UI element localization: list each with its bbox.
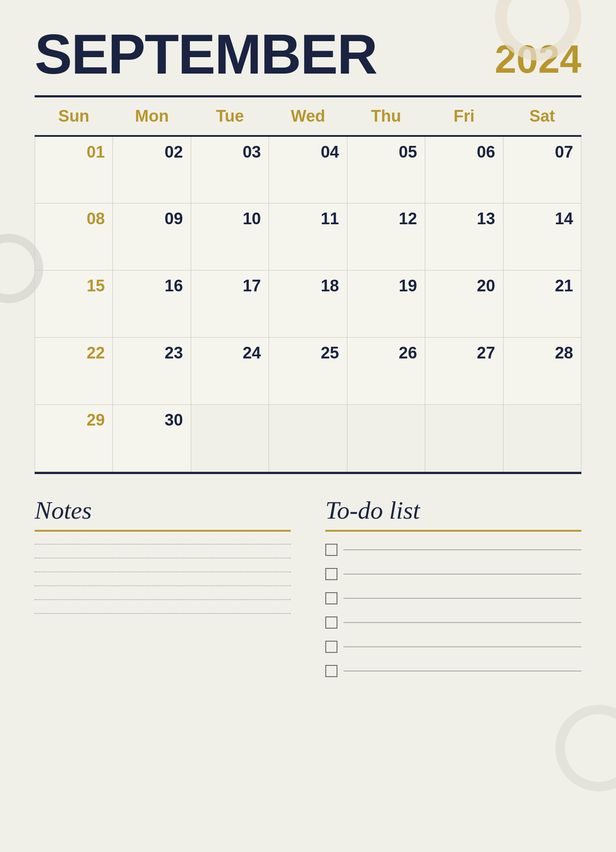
- todo-checkbox-4[interactable]: [325, 616, 337, 629]
- calendar-cell-w4-d4: 25: [269, 337, 347, 404]
- calendar-cell-w4-d5: 26: [347, 337, 425, 404]
- deco-circle-bottom-right: [555, 705, 616, 791]
- todo-title: To-do list: [325, 496, 581, 525]
- col-sun: Sun: [35, 97, 113, 136]
- calendar-body: 0102030405060708091011121314151617181920…: [35, 136, 581, 471]
- notes-line-1: [35, 544, 291, 545]
- calendar-cell-w1-d2: 02: [113, 136, 191, 203]
- calendar-cell-w4-d1: 22: [35, 337, 113, 404]
- calendar-cell-w5-d2: 30: [113, 404, 191, 471]
- calendar-cell-w3-d5: 19: [347, 270, 425, 337]
- calendar-cell-w2-d6: 13: [425, 203, 503, 270]
- notes-line-4: [35, 585, 291, 586]
- todo-item-3: [325, 592, 581, 604]
- calendar-cell-w2-d7: 14: [503, 203, 581, 270]
- calendar-cell-w4-d3: 24: [191, 337, 269, 404]
- calendar-cell-w3-d2: 16: [113, 270, 191, 337]
- calendar-week-4: 22232425262728: [35, 337, 581, 404]
- todo-underline: [325, 530, 581, 532]
- todo-line-1: [343, 549, 581, 550]
- days-of-week-row: Sun Mon Tue Wed Thu Fri Sat: [35, 97, 581, 136]
- calendar-cell-w5-d1: 29: [35, 404, 113, 471]
- calendar-cell-w5-d3: [191, 404, 269, 471]
- col-tue: Tue: [191, 97, 269, 136]
- calendar-cell-w5-d4: [269, 404, 347, 471]
- notes-line-5: [35, 599, 291, 600]
- todo-item-6: [325, 665, 581, 677]
- calendar-cell-w3-d7: 21: [503, 270, 581, 337]
- col-thu: Thu: [347, 97, 425, 136]
- todo-line-6: [343, 671, 581, 671]
- calendar-cell-w2-d2: 09: [113, 203, 191, 270]
- todo-line-2: [343, 574, 581, 574]
- todo-line-3: [343, 598, 581, 599]
- todo-section: To-do list: [325, 496, 581, 689]
- todo-item-4: [325, 616, 581, 629]
- calendar-week-2: 08091011121314: [35, 203, 581, 270]
- todo-item-5: [325, 641, 581, 653]
- calendar-cell-w2-d4: 11: [269, 203, 347, 270]
- calendar-cell-w1-d5: 05: [347, 136, 425, 203]
- month-title: SEPTEMBER: [35, 26, 377, 82]
- notes-line-6: [35, 613, 291, 614]
- calendar-week-1: 01020304050607: [35, 136, 581, 203]
- calendar-cell-w4-d7: 28: [503, 337, 581, 404]
- todo-checkbox-6[interactable]: [325, 665, 337, 677]
- todo-line-4: [343, 622, 581, 623]
- todo-item-2: [325, 568, 581, 580]
- col-mon: Mon: [113, 97, 191, 136]
- calendar-cell-w1-d7: 07: [503, 136, 581, 203]
- bottom-section: Notes To-do list: [35, 496, 581, 689]
- calendar-week-5: 2930: [35, 404, 581, 471]
- calendar-cell-w1-d1: 01: [35, 136, 113, 203]
- calendar-cell-w5-d6: [425, 404, 503, 471]
- todo-item-1: [325, 544, 581, 556]
- col-sat: Sat: [503, 97, 581, 136]
- col-fri: Fri: [425, 97, 503, 136]
- todo-checkbox-1[interactable]: [325, 544, 337, 556]
- todo-checkbox-2[interactable]: [325, 568, 337, 580]
- calendar-cell-w2-d5: 12: [347, 203, 425, 270]
- notes-section: Notes: [35, 496, 291, 689]
- calendar-cell-w4-d2: 23: [113, 337, 191, 404]
- calendar-week-3: 15161718192021: [35, 270, 581, 337]
- notes-line-2: [35, 558, 291, 558]
- calendar-cell-w5-d5: [347, 404, 425, 471]
- todo-checkbox-5[interactable]: [325, 641, 337, 653]
- calendar-cell-w1-d6: 06: [425, 136, 503, 203]
- notes-line-3: [35, 571, 291, 572]
- calendar-cell-w3-d6: 20: [425, 270, 503, 337]
- calendar-cell-w1-d4: 04: [269, 136, 347, 203]
- todo-checkbox-3[interactable]: [325, 592, 337, 604]
- calendar-page: SEPTEMBER 2024 Sun Mon Tue Wed Thu Fri S…: [0, 0, 616, 852]
- todo-line-5: [343, 646, 581, 647]
- notes-title: Notes: [35, 496, 291, 525]
- notes-underline: [35, 530, 291, 532]
- bottom-border: [35, 472, 581, 474]
- calendar-cell-w5-d7: [503, 404, 581, 471]
- calendar-cell-w3-d1: 15: [35, 270, 113, 337]
- col-wed: Wed: [269, 97, 347, 136]
- calendar-cell-w2-d3: 10: [191, 203, 269, 270]
- calendar-cell-w1-d3: 03: [191, 136, 269, 203]
- calendar-cell-w2-d1: 08: [35, 203, 113, 270]
- calendar-cell-w4-d6: 27: [425, 337, 503, 404]
- calendar-table: Sun Mon Tue Wed Thu Fri Sat 010203040506…: [35, 97, 581, 472]
- calendar-cell-w3-d4: 18: [269, 270, 347, 337]
- calendar-cell-w3-d3: 17: [191, 270, 269, 337]
